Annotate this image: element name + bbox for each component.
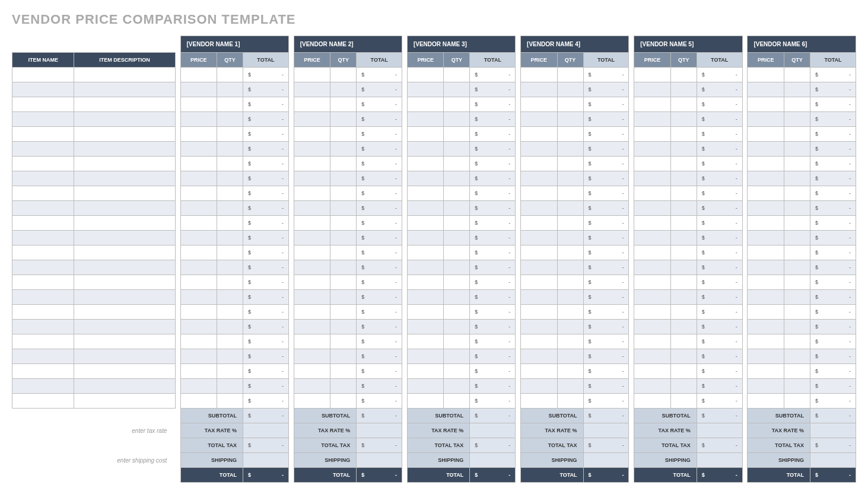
price-cell[interactable] bbox=[180, 379, 217, 394]
qty-cell[interactable] bbox=[557, 334, 583, 349]
qty-cell[interactable] bbox=[557, 201, 583, 216]
price-cell[interactable] bbox=[180, 334, 217, 349]
qty-cell[interactable] bbox=[330, 290, 357, 305]
qty-cell[interactable] bbox=[330, 275, 357, 290]
qty-cell[interactable] bbox=[784, 171, 810, 186]
qty-cell[interactable] bbox=[330, 68, 357, 82]
qty-cell[interactable] bbox=[784, 245, 810, 260]
price-cell[interactable] bbox=[634, 201, 671, 216]
price-cell[interactable] bbox=[180, 171, 217, 186]
qty-cell[interactable] bbox=[557, 97, 583, 112]
price-cell[interactable] bbox=[294, 201, 330, 216]
item-name-cell[interactable] bbox=[12, 394, 74, 409]
price-cell[interactable] bbox=[521, 334, 558, 349]
qty-cell[interactable] bbox=[444, 275, 470, 290]
qty-cell[interactable] bbox=[557, 290, 583, 305]
item-name-cell[interactable] bbox=[12, 127, 74, 142]
item-name-cell[interactable] bbox=[12, 186, 74, 201]
qty-cell[interactable] bbox=[330, 112, 357, 127]
qty-cell[interactable] bbox=[330, 142, 357, 157]
item-description-cell[interactable] bbox=[74, 245, 175, 260]
qty-cell[interactable] bbox=[670, 112, 697, 127]
qty-cell[interactable] bbox=[784, 231, 810, 245]
qty-cell[interactable] bbox=[330, 245, 357, 260]
qty-cell[interactable] bbox=[557, 394, 583, 409]
qty-cell[interactable] bbox=[330, 334, 357, 349]
price-cell[interactable] bbox=[407, 186, 444, 201]
price-cell[interactable] bbox=[180, 112, 217, 127]
qty-cell[interactable] bbox=[444, 142, 470, 157]
price-cell[interactable] bbox=[521, 231, 558, 245]
qty-cell[interactable] bbox=[217, 127, 243, 142]
price-cell[interactable] bbox=[294, 394, 330, 409]
price-cell[interactable] bbox=[407, 364, 444, 379]
qty-cell[interactable] bbox=[217, 68, 243, 82]
qty-cell[interactable] bbox=[784, 260, 810, 275]
item-description-cell[interactable] bbox=[74, 305, 175, 320]
summary-value[interactable] bbox=[697, 423, 742, 438]
price-cell[interactable] bbox=[294, 171, 330, 186]
price-cell[interactable] bbox=[634, 142, 671, 157]
price-cell[interactable] bbox=[634, 349, 671, 364]
qty-cell[interactable] bbox=[557, 245, 583, 260]
qty-cell[interactable] bbox=[670, 82, 697, 97]
qty-cell[interactable] bbox=[444, 68, 470, 82]
item-description-cell[interactable] bbox=[74, 290, 175, 305]
summary-value[interactable] bbox=[470, 453, 516, 468]
qty-cell[interactable] bbox=[444, 290, 470, 305]
qty-cell[interactable] bbox=[444, 379, 470, 394]
summary-value[interactable] bbox=[243, 423, 288, 438]
price-cell[interactable] bbox=[748, 82, 784, 97]
price-cell[interactable] bbox=[294, 290, 330, 305]
qty-cell[interactable] bbox=[784, 97, 810, 112]
qty-cell[interactable] bbox=[330, 349, 357, 364]
price-cell[interactable] bbox=[748, 379, 784, 394]
price-cell[interactable] bbox=[748, 97, 784, 112]
qty-cell[interactable] bbox=[670, 186, 697, 201]
price-cell[interactable] bbox=[748, 349, 784, 364]
price-cell[interactable] bbox=[634, 112, 671, 127]
item-name-cell[interactable] bbox=[12, 379, 74, 394]
item-description-cell[interactable] bbox=[74, 127, 175, 142]
price-cell[interactable] bbox=[180, 82, 217, 97]
price-cell[interactable] bbox=[748, 157, 784, 171]
qty-cell[interactable] bbox=[330, 186, 357, 201]
price-cell[interactable] bbox=[634, 127, 671, 142]
price-cell[interactable] bbox=[521, 127, 558, 142]
price-cell[interactable] bbox=[748, 364, 784, 379]
price-cell[interactable] bbox=[180, 275, 217, 290]
qty-cell[interactable] bbox=[217, 171, 243, 186]
price-cell[interactable] bbox=[634, 379, 671, 394]
qty-cell[interactable] bbox=[330, 379, 357, 394]
price-cell[interactable] bbox=[180, 290, 217, 305]
item-name-cell[interactable] bbox=[12, 112, 74, 127]
qty-cell[interactable] bbox=[784, 394, 810, 409]
price-cell[interactable] bbox=[748, 305, 784, 320]
summary-value[interactable] bbox=[470, 423, 516, 438]
price-cell[interactable] bbox=[634, 320, 671, 334]
item-description-cell[interactable] bbox=[74, 68, 175, 82]
price-cell[interactable] bbox=[634, 364, 671, 379]
item-name-cell[interactable] bbox=[12, 275, 74, 290]
price-cell[interactable] bbox=[521, 394, 558, 409]
price-cell[interactable] bbox=[634, 157, 671, 171]
item-description-cell[interactable] bbox=[74, 171, 175, 186]
qty-cell[interactable] bbox=[784, 68, 810, 82]
price-cell[interactable] bbox=[521, 186, 558, 201]
item-name-cell[interactable] bbox=[12, 349, 74, 364]
price-cell[interactable] bbox=[634, 82, 671, 97]
price-cell[interactable] bbox=[634, 171, 671, 186]
item-description-cell[interactable] bbox=[74, 320, 175, 334]
price-cell[interactable] bbox=[180, 201, 217, 216]
price-cell[interactable] bbox=[294, 97, 330, 112]
qty-cell[interactable] bbox=[217, 379, 243, 394]
qty-cell[interactable] bbox=[670, 290, 697, 305]
price-cell[interactable] bbox=[294, 364, 330, 379]
item-name-cell[interactable] bbox=[12, 260, 74, 275]
price-cell[interactable] bbox=[407, 275, 444, 290]
price-cell[interactable] bbox=[748, 112, 784, 127]
price-cell[interactable] bbox=[180, 349, 217, 364]
qty-cell[interactable] bbox=[444, 364, 470, 379]
price-cell[interactable] bbox=[521, 216, 558, 231]
qty-cell[interactable] bbox=[444, 305, 470, 320]
